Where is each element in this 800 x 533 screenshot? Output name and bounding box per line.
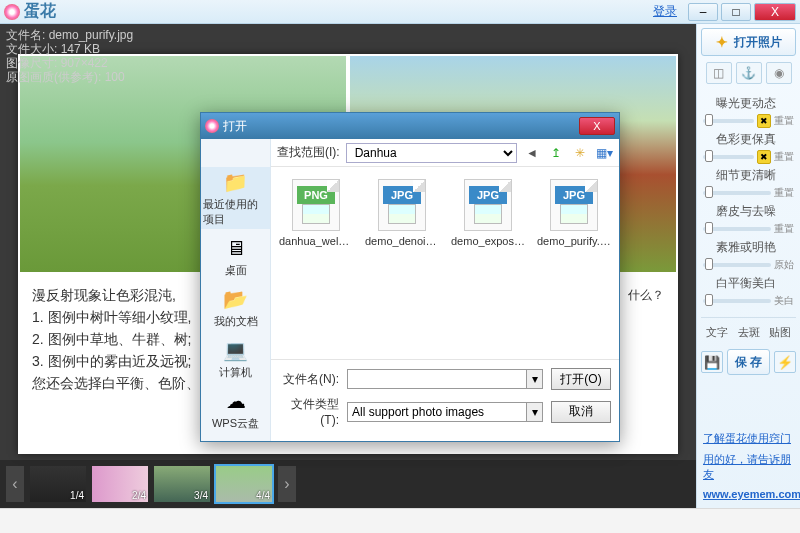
close-button[interactable]: X <box>754 3 796 21</box>
maximize-button[interactable]: □ <box>721 3 751 21</box>
dialog-open-button[interactable]: 打开(O) <box>551 368 611 390</box>
sparkle-icon: ✦ <box>716 34 728 50</box>
tool-crop-icon[interactable]: ◫ <box>706 62 732 84</box>
open-photo-button[interactable]: ✦ 打开照片 <box>701 28 796 56</box>
reset-link[interactable]: 重置 <box>774 114 794 128</box>
tab-text[interactable]: 文字 <box>701 322 733 343</box>
file-item[interactable]: PNGdanhua_welco... <box>281 177 351 249</box>
link-tips[interactable]: 了解蛋花使用窍门 <box>703 431 794 446</box>
adjustment-slider[interactable] <box>703 263 771 267</box>
dialog-title: 打开 <box>223 118 247 135</box>
adjustment-slider[interactable] <box>703 191 771 195</box>
file-icon: JPG <box>378 179 426 231</box>
dialog-cancel-button[interactable]: 取消 <box>551 401 611 423</box>
status-bar <box>0 508 800 533</box>
save-button[interactable]: 保 存 <box>727 349 770 375</box>
thumbnail-2[interactable]: 2/4 <box>92 466 148 502</box>
thumb-prev-button[interactable]: ‹ <box>6 466 24 502</box>
new-folder-icon[interactable]: ✳ <box>571 144 589 162</box>
reset-link[interactable]: 美白 <box>774 294 794 308</box>
view-menu-icon[interactable]: ▦▾ <box>595 144 613 162</box>
info-dimensions: 图像尺寸: 907×422 <box>6 56 133 70</box>
adjustment-slider[interactable] <box>703 155 754 159</box>
adjustment-label: 素雅或明艳 <box>703 239 794 256</box>
back-icon[interactable]: ◄ <box>523 144 541 162</box>
save-disk-icon[interactable]: 💾 <box>701 351 723 373</box>
place-icon: 📂 <box>221 286 251 312</box>
dialog-lookbar: 查找范围(I): Danhua ◄ ↥ ✳ ▦▾ <box>271 139 619 167</box>
adjustment-slider[interactable] <box>703 227 771 231</box>
info-quality: 原图画质(供参考): 100 <box>6 70 133 84</box>
dialog-close-button[interactable]: X <box>579 117 615 135</box>
place-label: 桌面 <box>225 263 247 278</box>
thumbnail-1[interactable]: 1/4 <box>30 466 86 502</box>
place-icon: 🖥 <box>221 235 251 261</box>
file-item[interactable]: JPGdemo_purify.jpg <box>539 177 609 249</box>
tab-sticker[interactable]: 贴图 <box>764 322 796 343</box>
file-item[interactable]: JPGdemo_denoise... <box>367 177 437 249</box>
reset-link[interactable]: 重置 <box>774 186 794 200</box>
link-share[interactable]: 用的好，请告诉朋友 <box>703 452 794 482</box>
file-name: danhua_welco... <box>279 235 353 247</box>
adjustment-label: 白平衡美白 <box>703 275 794 292</box>
adjustment-label: 磨皮与去噪 <box>703 203 794 220</box>
adjustment-label: 细节更清晰 <box>703 167 794 184</box>
pin-icon[interactable]: ✖ <box>757 150 771 164</box>
filetype-field[interactable]: All support photo images▾ <box>347 402 543 422</box>
adjustment-slider[interactable] <box>703 299 771 303</box>
save-flash-icon[interactable]: ⚡ <box>774 351 796 373</box>
chevron-down-icon[interactable]: ▾ <box>526 370 542 388</box>
file-name: demo_exposur... <box>451 235 525 247</box>
places-item[interactable]: 💻计算机 <box>201 335 270 382</box>
dialog-titlebar[interactable]: 打开 X <box>201 113 619 139</box>
chevron-down-icon[interactable]: ▾ <box>526 403 542 421</box>
place-icon: 📁 <box>221 169 251 195</box>
tool-anchor-icon[interactable]: ⚓ <box>736 62 762 84</box>
minimize-button[interactable]: – <box>688 3 718 21</box>
dialog-logo-icon <box>205 119 219 133</box>
login-link[interactable]: 登录 <box>653 3 677 20</box>
open-file-dialog: 打开 X 📁最近使用的项目🖥桌面📂我的文档💻计算机☁WPS云盘 查找范围(I):… <box>200 112 620 442</box>
file-item[interactable]: JPGdemo_exposur... <box>453 177 523 249</box>
info-filesize: 文件大小: 147 KB <box>6 42 133 56</box>
tool-camera-icon[interactable]: ◉ <box>766 62 792 84</box>
places-item[interactable]: ☁WPS云盘 <box>201 386 270 433</box>
sidebar: ✦ 打开照片 ◫ ⚓ ◉ 曝光更动态✖重置色彩更保真✖重置细节更清晰重置磨皮与去… <box>696 24 800 508</box>
place-label: 我的文档 <box>214 314 258 329</box>
thumbnail-4[interactable]: 4/4 <box>216 466 272 502</box>
file-icon: JPG <box>464 179 512 231</box>
place-icon: ☁ <box>221 388 251 414</box>
place-label: WPS云盘 <box>212 416 259 431</box>
dialog-places-bar: 📁最近使用的项目🖥桌面📂我的文档💻计算机☁WPS云盘 <box>201 139 271 441</box>
app-title: 蛋花 <box>24 1 56 22</box>
app-logo-icon <box>4 4 20 20</box>
place-label: 计算机 <box>219 365 252 380</box>
filename-field[interactable]: ▾ <box>347 369 543 389</box>
places-item[interactable]: 🖥桌面 <box>201 233 270 280</box>
filetype-label: 文件类型(T): <box>279 396 339 427</box>
file-name: demo_purify.jpg <box>537 235 611 247</box>
adjustment-slider[interactable] <box>703 119 754 123</box>
places-item[interactable]: 📂我的文档 <box>201 284 270 331</box>
thumb-next-button[interactable]: › <box>278 466 296 502</box>
pin-icon[interactable]: ✖ <box>757 114 771 128</box>
thumbnail-strip: ‹ 1/4 2/4 3/4 4/4 › <box>0 460 696 508</box>
thumbnail-3[interactable]: 3/4 <box>154 466 210 502</box>
adjustment-label: 曝光更动态 <box>703 95 794 112</box>
reset-link[interactable]: 原始 <box>774 258 794 272</box>
up-icon[interactable]: ↥ <box>547 144 565 162</box>
reset-link[interactable]: 重置 <box>774 222 794 236</box>
footer-links: 了解蛋花使用窍门 用的好，请告诉朋友 www.eyemem.com <box>701 421 796 504</box>
titlebar: 蛋花 登录 – □ X <box>0 0 800 24</box>
adjustment-label: 色彩更保真 <box>703 131 794 148</box>
places-item[interactable]: 📁最近使用的项目 <box>201 167 270 229</box>
folder-select[interactable]: Danhua <box>346 143 517 163</box>
reset-link[interactable]: 重置 <box>774 150 794 164</box>
place-label: 最近使用的项目 <box>203 197 268 227</box>
file-icon: PNG <box>292 179 340 231</box>
link-website[interactable]: www.eyemem.com <box>703 488 794 500</box>
file-info: 文件名: demo_purify.jpg 文件大小: 147 KB 图像尺寸: … <box>6 28 133 84</box>
tab-despot[interactable]: 去斑 <box>733 322 765 343</box>
look-in-label: 查找范围(I): <box>277 144 340 161</box>
file-icon: JPG <box>550 179 598 231</box>
